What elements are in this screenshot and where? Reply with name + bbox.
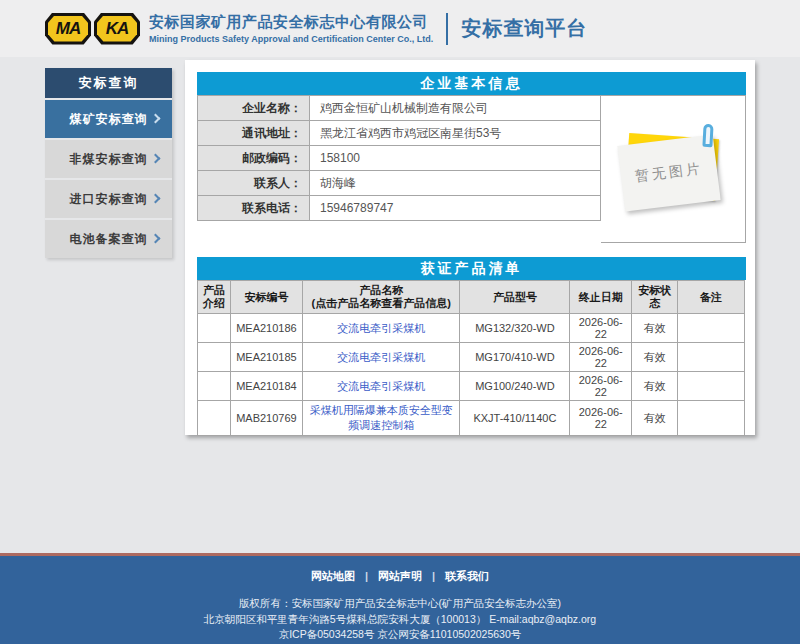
- postcode-label: 邮政编码：: [198, 146, 310, 171]
- header: MA KA 安标国家矿用产品安全标志中心有限公司 Mining Products…: [0, 0, 800, 57]
- col-note: 备注: [678, 281, 745, 314]
- company-name-value: 鸡西金恒矿山机械制造有限公司: [310, 96, 601, 121]
- cell-model: KXJT-410/1140C: [460, 401, 570, 436]
- cell-end-date: 2026-06-22: [570, 343, 632, 372]
- product-image-placeholder: 暂无图片: [601, 95, 746, 243]
- org-name-en: Mining Products Safety Approval and Cert…: [149, 34, 433, 44]
- cell-model: MG100/240-WD: [460, 372, 570, 401]
- company-name-label: 企业名称：: [198, 96, 310, 121]
- table-row: 邮政编码： 158100: [198, 146, 601, 171]
- col-end-date: 终止日期: [570, 281, 632, 314]
- sidebar: 安标查询 煤矿安标查询 非煤安标查询 进口安标查询 电池备案查询: [45, 68, 172, 258]
- cell-note: [678, 314, 745, 343]
- chevron-right-icon: [151, 194, 161, 204]
- footer-separator: |: [432, 570, 435, 582]
- sidebar-item-label: 煤矿安标查询: [70, 111, 148, 128]
- col-cert-no: 安标编号: [230, 281, 302, 314]
- footer-link-contact[interactable]: 联系我们: [445, 570, 489, 582]
- col-product-name: 产品名称 (点击产品名称查看产品信息): [302, 281, 460, 314]
- cell-status: 有效: [632, 314, 678, 343]
- table-row: 联系人： 胡海峰: [198, 171, 601, 196]
- cell-product-name: 采煤机用隔爆兼本质安全型变频调速控制箱: [302, 401, 460, 436]
- contact-label: 联系人：: [198, 171, 310, 196]
- org-names: 安标国家矿用产品安全标志中心有限公司 Mining Products Safet…: [149, 13, 433, 44]
- cell-status: 有效: [632, 372, 678, 401]
- table-row: MEA210184 交流电牵引采煤机 MG100/240-WD 2026-06-…: [198, 372, 745, 401]
- footer-link-sitemap[interactable]: 网站地图: [311, 570, 355, 582]
- product-name-link[interactable]: 交流电牵引采煤机: [337, 351, 425, 363]
- cell-note: [678, 343, 745, 372]
- cell-product-name: 交流电牵引采煤机: [302, 343, 460, 372]
- cell-intro: [198, 343, 231, 372]
- sidebar-item-battery-query[interactable]: 电池备案查询: [45, 220, 172, 258]
- footer-address: 北京朝阳区和平里青年沟路5号煤科总院安科大厦（100013） E-mail:aq…: [0, 612, 800, 628]
- sidebar-item-label: 电池备案查询: [70, 231, 148, 248]
- company-info-section: 企业名称： 鸡西金恒矿山机械制造有限公司 通讯地址： 黑龙江省鸡西市鸡冠区南星街…: [197, 95, 746, 243]
- col-model: 产品型号: [460, 281, 570, 314]
- cell-product-name: 交流电牵引采煤机: [302, 314, 460, 343]
- company-info-header: 企业基本信息: [197, 72, 746, 95]
- logo-ma-text: MA: [48, 16, 88, 42]
- address-value: 黑龙江省鸡西市鸡冠区南星街53号: [310, 121, 601, 146]
- product-name-link[interactable]: 交流电牵引采煤机: [337, 380, 425, 392]
- sidebar-item-label: 非煤安标查询: [70, 151, 148, 168]
- cell-end-date: 2026-06-22: [570, 314, 632, 343]
- footer: 网站地图|网站声明|联系我们 版权所有：安标国家矿用产品安全标志中心(矿用产品安…: [0, 556, 800, 644]
- cell-end-date: 2026-06-22: [570, 372, 632, 401]
- product-name-link[interactable]: 采煤机用隔爆兼本质安全型变频调速控制箱: [310, 404, 453, 431]
- footer-separator: |: [365, 570, 368, 582]
- logo-ka-text: KA: [97, 16, 137, 42]
- platform-title: 安标查询平台: [461, 15, 587, 42]
- sidebar-item-label: 进口安标查询: [70, 191, 148, 208]
- company-info-table: 企业名称： 鸡西金恒矿山机械制造有限公司 通讯地址： 黑龙江省鸡西市鸡冠区南星街…: [197, 95, 601, 221]
- table-row: 联系电话： 15946789747: [198, 196, 601, 221]
- product-list-header: 获证产品清单: [197, 257, 746, 280]
- table-row: MEA210186 交流电牵引采煤机 MG132/320-WD 2026-06-…: [198, 314, 745, 343]
- sidebar-title: 安标查询: [45, 68, 172, 98]
- paperclip-icon: [702, 124, 713, 147]
- logo-ma-badge: MA: [45, 13, 91, 45]
- footer-copyright: 版权所有：安标国家矿用产品安全标志中心(矿用产品安全标志办公室): [0, 596, 800, 612]
- phone-label: 联系电话：: [198, 196, 310, 221]
- org-name-zh: 安标国家矿用产品安全标志中心有限公司: [149, 13, 433, 32]
- cell-model: MG132/320-WD: [460, 314, 570, 343]
- cell-model: MG170/410-WD: [460, 343, 570, 372]
- col-status: 安标状态: [632, 281, 678, 314]
- sidebar-item-import-query[interactable]: 进口安标查询: [45, 180, 172, 218]
- header-divider: [446, 13, 448, 45]
- footer-link-statement[interactable]: 网站声明: [378, 570, 422, 582]
- logo-ka-badge: KA: [94, 13, 140, 45]
- cell-intro: [198, 314, 231, 343]
- sidebar-item-noncoal-query[interactable]: 非煤安标查询: [45, 140, 172, 178]
- footer-icp: 京ICP备05034258号 京公网安备11010502025630号: [0, 627, 800, 643]
- cell-end-date: 2026-06-22: [570, 401, 632, 436]
- phone-value: 15946789747: [310, 196, 601, 221]
- cell-cert-no: MEA210185: [230, 343, 302, 372]
- no-image-text: 暂无图片: [634, 160, 704, 186]
- cell-cert-no: MEA210186: [230, 314, 302, 343]
- table-header-row: 产品介绍 安标编号 产品名称 (点击产品名称查看产品信息) 产品型号 终止日期 …: [198, 281, 745, 314]
- cell-cert-no: MAB210769: [230, 401, 302, 436]
- postcode-value: 158100: [310, 146, 601, 171]
- product-name-link[interactable]: 交流电牵引采煤机: [337, 322, 425, 334]
- table-row: MEA210185 交流电牵引采煤机 MG170/410-WD 2026-06-…: [198, 343, 745, 372]
- cell-product-name: 交流电牵引采煤机: [302, 372, 460, 401]
- chevron-right-icon: [151, 114, 161, 124]
- main-panel: 企业基本信息 企业名称： 鸡西金恒矿山机械制造有限公司 通讯地址： 黑龙江省鸡西…: [185, 60, 755, 435]
- footer-links: 网站地图|网站声明|联系我们: [0, 569, 800, 584]
- cell-note: [678, 372, 745, 401]
- maka-logo[interactable]: MA KA: [45, 13, 140, 45]
- table-row: 企业名称： 鸡西金恒矿山机械制造有限公司: [198, 96, 601, 121]
- col-product-name-title: 产品名称: [305, 284, 458, 297]
- table-row: 通讯地址： 黑龙江省鸡西市鸡冠区南星街53号: [198, 121, 601, 146]
- cell-intro: [198, 401, 231, 436]
- address-label: 通讯地址：: [198, 121, 310, 146]
- cell-note: [678, 401, 745, 436]
- sidebar-item-coal-query[interactable]: 煤矿安标查询: [45, 100, 172, 138]
- product-table: 产品介绍 安标编号 产品名称 (点击产品名称查看产品信息) 产品型号 终止日期 …: [197, 280, 745, 436]
- col-product-name-sub: (点击产品名称查看产品信息): [305, 297, 458, 310]
- contact-value: 胡海峰: [310, 171, 601, 196]
- chevron-right-icon: [151, 234, 161, 244]
- chevron-right-icon: [151, 154, 161, 164]
- table-row: MAB210769 采煤机用隔爆兼本质安全型变频调速控制箱 KXJT-410/1…: [198, 401, 745, 436]
